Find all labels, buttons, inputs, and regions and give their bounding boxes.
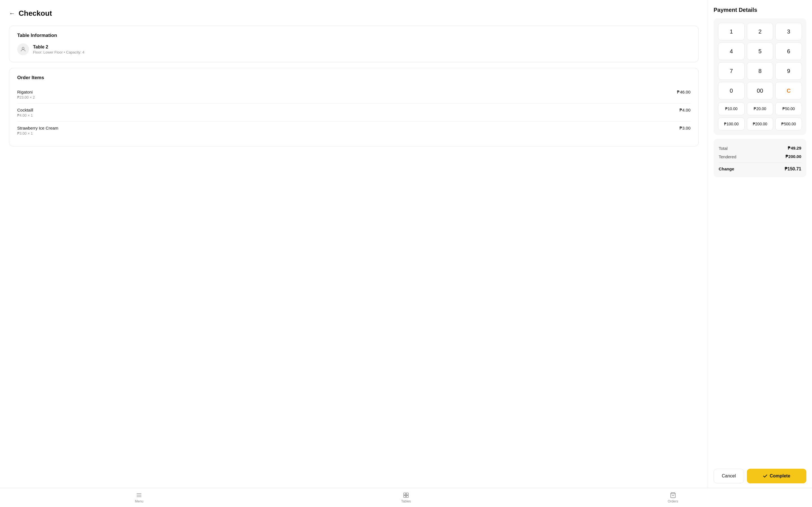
order-item-price: ₱46.00 bbox=[677, 90, 691, 95]
numpad-6-button[interactable]: 6 bbox=[775, 43, 802, 60]
tendered-row: Tendered ₱200.00 bbox=[719, 152, 801, 161]
bottom-nav: Menu Tables Orders bbox=[0, 488, 812, 507]
check-icon bbox=[763, 474, 767, 478]
svg-rect-5 bbox=[406, 493, 408, 495]
nav-tables-label: Tables bbox=[401, 499, 411, 503]
table-name: Table 2 bbox=[33, 45, 84, 50]
numpad-00-button[interactable]: 00 bbox=[747, 82, 773, 100]
order-item-info: Rigatoni ₱23.00 × 2 bbox=[17, 90, 35, 100]
order-item: Strawberry Ice Cream ₱3.00 × 1 ₱3.00 bbox=[17, 122, 691, 139]
svg-rect-4 bbox=[404, 493, 406, 495]
quick-amounts-grid: ₱10.00₱20.00₱50.00₱100.00₱200.00₱500.00 bbox=[718, 102, 802, 130]
complete-label: Complete bbox=[770, 473, 790, 478]
table-details: Table 2 Floor: Lower Floor • Capacity: 4 bbox=[33, 45, 84, 54]
table-info-section-title: Table Information bbox=[17, 33, 691, 38]
numpad-9-button[interactable]: 9 bbox=[775, 62, 802, 80]
totals-area: Total ₱49.29 Tendered ₱200.00 Change ₱15… bbox=[714, 139, 806, 177]
tendered-value: ₱200.00 bbox=[785, 154, 801, 159]
table-information-card: Table Information Table 2 Floor: Lower F… bbox=[9, 25, 699, 62]
order-item-name: Strawberry Ice Cream bbox=[17, 126, 58, 130]
order-items-card: Order Items Rigatoni ₱23.00 × 2 ₱46.00 C… bbox=[9, 68, 699, 147]
order-item-name: Rigatoni bbox=[17, 90, 35, 94]
payment-title: Payment Details bbox=[714, 7, 806, 13]
right-panel: Payment Details 123456789000C ₱10.00₱20.… bbox=[708, 0, 812, 488]
numpad-grid: 123456789000C bbox=[718, 23, 802, 100]
order-item-detail: ₱3.00 × 1 bbox=[17, 131, 58, 135]
order-item-detail: ₱23.00 × 2 bbox=[17, 95, 35, 100]
order-item-price: ₱3.00 bbox=[679, 126, 691, 131]
menu-icon bbox=[136, 492, 142, 498]
table-meta: Floor: Lower Floor • Capacity: 4 bbox=[33, 50, 84, 54]
svg-point-0 bbox=[22, 47, 24, 49]
order-item: Rigatoni ₱23.00 × 2 ₱46.00 bbox=[17, 86, 691, 104]
numpad-area: 123456789000C ₱10.00₱20.00₱50.00₱100.00₱… bbox=[714, 18, 806, 135]
total-value: ₱49.29 bbox=[788, 146, 801, 151]
order-items-list: Rigatoni ₱23.00 × 2 ₱46.00 Cocktaill ₱4.… bbox=[17, 86, 691, 139]
action-buttons: Cancel Complete bbox=[714, 469, 806, 483]
nav-menu-label: Menu bbox=[135, 499, 143, 503]
table-info-row: Table 2 Floor: Lower Floor • Capacity: 4 bbox=[17, 43, 691, 55]
numpad-4-button[interactable]: 4 bbox=[718, 43, 745, 60]
change-row: Change ₱150.71 bbox=[719, 163, 801, 173]
table-avatar bbox=[17, 43, 29, 55]
tendered-label: Tendered bbox=[719, 154, 737, 159]
back-button[interactable]: ← bbox=[9, 10, 15, 17]
order-item-detail: ₱4.00 × 1 bbox=[17, 113, 33, 117]
numpad-2-button[interactable]: 2 bbox=[747, 23, 773, 40]
order-item-info: Cocktaill ₱4.00 × 1 bbox=[17, 108, 33, 117]
quick-amount-2000-button[interactable]: ₱20.00 bbox=[747, 102, 773, 115]
numpad-3-button[interactable]: 3 bbox=[775, 23, 802, 40]
orders-icon bbox=[670, 492, 676, 498]
total-row: Total ₱49.29 bbox=[719, 144, 801, 152]
tables-icon bbox=[403, 492, 409, 498]
left-panel: ← Checkout Table Information Table 2 Flo… bbox=[0, 0, 708, 488]
change-value: ₱150.71 bbox=[784, 166, 801, 172]
quick-amount-1000-button[interactable]: ₱10.00 bbox=[718, 102, 745, 115]
numpad-0-button[interactable]: 0 bbox=[718, 82, 745, 100]
order-item-name: Cocktaill bbox=[17, 108, 33, 112]
order-items-section-title: Order Items bbox=[17, 75, 691, 80]
page-header: ← Checkout bbox=[9, 9, 699, 18]
numpad-1-button[interactable]: 1 bbox=[718, 23, 745, 40]
quick-amount-50000-button[interactable]: ₱500.00 bbox=[775, 117, 802, 130]
nav-orders-label: Orders bbox=[668, 499, 678, 503]
order-item: Cocktaill ₱4.00 × 1 ₱4.00 bbox=[17, 104, 691, 122]
complete-button[interactable]: Complete bbox=[747, 469, 806, 483]
person-icon bbox=[20, 46, 26, 52]
numpad-7-button[interactable]: 7 bbox=[718, 62, 745, 80]
quick-amount-5000-button[interactable]: ₱50.00 bbox=[775, 102, 802, 115]
svg-rect-6 bbox=[404, 495, 406, 497]
total-label: Total bbox=[719, 146, 728, 151]
numpad-5-button[interactable]: 5 bbox=[747, 43, 773, 60]
order-item-price: ₱4.00 bbox=[679, 108, 691, 113]
quick-amount-20000-button[interactable]: ₱200.00 bbox=[747, 117, 773, 130]
clear-button[interactable]: C bbox=[775, 82, 802, 100]
nav-tables[interactable]: Tables bbox=[273, 492, 540, 503]
order-item-info: Strawberry Ice Cream ₱3.00 × 1 bbox=[17, 126, 58, 135]
change-label: Change bbox=[719, 166, 734, 171]
nav-menu[interactable]: Menu bbox=[6, 492, 273, 503]
page-title: Checkout bbox=[18, 9, 52, 18]
numpad-8-button[interactable]: 8 bbox=[747, 62, 773, 80]
cancel-button[interactable]: Cancel bbox=[714, 469, 744, 483]
nav-orders[interactable]: Orders bbox=[539, 492, 806, 503]
svg-rect-7 bbox=[406, 495, 408, 497]
quick-amount-10000-button[interactable]: ₱100.00 bbox=[718, 117, 745, 130]
